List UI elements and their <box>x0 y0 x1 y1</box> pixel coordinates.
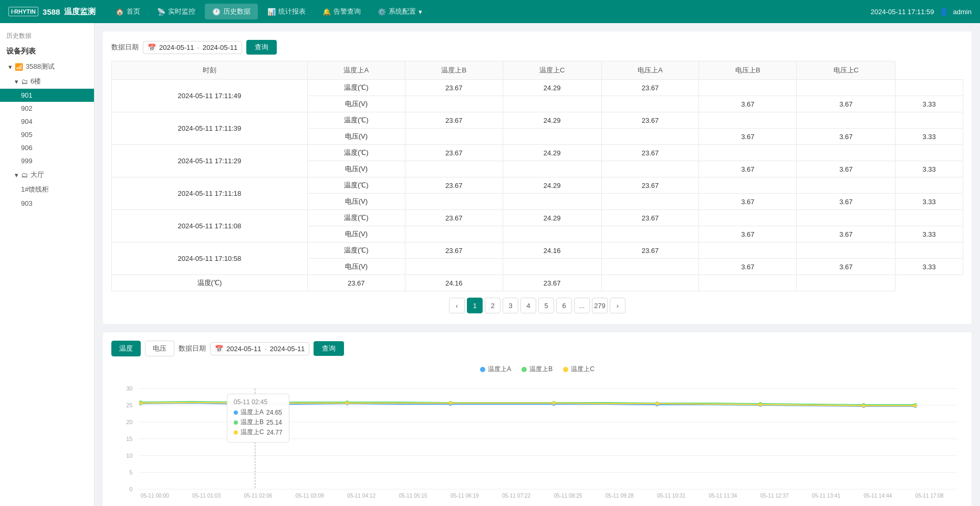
page-5[interactable]: 5 <box>538 298 554 313</box>
cell-voltA <box>699 112 797 129</box>
cell-voltB: 3.67 <box>797 96 895 112</box>
nav-user[interactable]: admin <box>953 8 972 16</box>
chart-date-label: 数据日期 <box>179 344 206 353</box>
cell-tempB <box>503 129 601 145</box>
cell-voltC <box>895 145 963 161</box>
top-nav: I·RHYTIN 3588 温度监测 🏠 首页 📡 实时监控 🕐 历史数据 📊 … <box>0 0 980 23</box>
cell-voltB <box>797 145 895 161</box>
cell-sublabel: 温度(℃) <box>307 243 405 259</box>
date-range-from[interactable]: 📅 2024-05-11 - 2024-05-11 <box>143 41 242 54</box>
sidebar-item-905[interactable]: 905 <box>0 128 94 141</box>
page-prev[interactable]: ‹ <box>449 298 465 313</box>
cell-voltC <box>895 243 963 259</box>
svg-point-56 <box>914 404 917 407</box>
nav-config[interactable]: ⚙️ 系统配置 ▾ <box>370 4 430 19</box>
cell-voltC <box>895 80 963 96</box>
date-to: 2024-05-11 <box>203 44 238 51</box>
svg-text:5: 5 <box>129 469 132 476</box>
svg-text:05-11 12:37: 05-11 12:37 <box>760 493 789 499</box>
brand-device-id: 3588 <box>43 7 60 16</box>
legend-dot-B <box>522 367 527 372</box>
chart-date-range[interactable]: 📅 2024-05-11 - 2024-05-11 <box>210 342 309 355</box>
sidebar-item-label: 1#馈线柜 <box>21 185 49 194</box>
sidebar-title: 设备列表 <box>0 44 94 59</box>
cell-time: 2024-05-11 17:11:49 <box>112 80 308 112</box>
chart-query-button[interactable]: 查询 <box>314 341 344 356</box>
nav-report[interactable]: 📊 统计报表 <box>260 4 313 19</box>
chart-calendar-icon: 📅 <box>215 345 223 353</box>
cell-voltA: 3.67 <box>699 129 797 145</box>
sidebar-item-label: 6楼 <box>30 77 41 86</box>
calendar-icon: 📅 <box>148 44 156 51</box>
cell-voltA <box>699 210 797 226</box>
legend-label-B: 温度上B <box>529 365 552 374</box>
cell-tempA <box>405 259 503 275</box>
cell-tempB <box>503 96 601 112</box>
nav-realtime[interactable]: 📡 实时监控 <box>150 4 203 19</box>
svg-point-53 <box>655 402 659 405</box>
sidebar-item-903[interactable]: 903 <box>0 197 94 210</box>
cell-tempA <box>405 226 503 243</box>
cell-tempB: 24.16 <box>405 275 503 291</box>
legend-label-C: 温度上C <box>571 365 595 374</box>
page-3[interactable]: 3 <box>503 298 518 313</box>
cell-tempC <box>601 259 699 275</box>
cell-voltB: 3.67 <box>797 129 895 145</box>
page-2[interactable]: 2 <box>485 298 501 313</box>
sidebar-item-906[interactable]: 906 <box>0 141 94 154</box>
nav-home[interactable]: 🏠 首页 <box>108 4 148 19</box>
sidebar-item-904[interactable]: 904 <box>0 115 94 128</box>
page-4[interactable]: 4 <box>520 298 536 313</box>
cell-tempC: 23.67 <box>601 112 699 129</box>
svg-point-51 <box>449 402 452 405</box>
cell-voltA <box>699 177 797 194</box>
legend-tempA: 温度上A <box>480 365 511 374</box>
table-row: 2024-05-11 17:11:49温度(℃)23.6724.2923.67 <box>112 80 963 96</box>
page-279[interactable]: 279 <box>592 298 608 313</box>
nav-history[interactable]: 🕐 历史数据 <box>205 4 258 19</box>
tab-temp[interactable]: 温度 <box>111 341 141 356</box>
device-icon: 📶 <box>15 63 23 71</box>
cell-voltC: 3.33 <box>895 96 963 112</box>
page-1[interactable]: 1 <box>467 298 483 313</box>
svg-point-55 <box>862 404 865 407</box>
date-from: 2024-05-11 <box>159 44 194 51</box>
cell-voltA: 3.67 <box>699 259 797 275</box>
cell-tempC: 23.67 <box>503 275 601 291</box>
cell-sublabel: 电压(V) <box>307 129 405 145</box>
page-next[interactable]: › <box>610 298 625 313</box>
sidebar-item-999[interactable]: 999 <box>0 154 94 167</box>
sidebar-item-901[interactable]: 901 <box>0 89 94 102</box>
cell-time: 2024-05-11 17:10:58 <box>112 243 308 275</box>
cell-tempA: 23.67 <box>405 145 503 161</box>
date-separator: - <box>197 44 200 51</box>
data-table: 时刻 温度上A 温度上B 温度上C 电压上A 电压上B 电压上C 2024-05… <box>111 61 963 291</box>
cell-sublabel: 电压(V) <box>307 96 405 112</box>
cell-voltA: 3.67 <box>699 226 797 243</box>
sidebar-item-6f[interactable]: ▾ 🗂 6楼 <box>0 74 94 89</box>
cell-voltA: 3.67 <box>699 194 797 210</box>
sidebar-item-hall[interactable]: ▾ 🗂 大厅 <box>0 167 94 182</box>
cell-sublabel: 电压(V) <box>307 259 405 275</box>
cell-sublabel: 温度(℃) <box>307 145 405 161</box>
page-ellipsis: ... <box>574 298 590 313</box>
cell-voltC: 3.33 <box>895 194 963 210</box>
table-query-button[interactable]: 查询 <box>246 40 277 55</box>
tab-volt[interactable]: 电压 <box>145 341 174 356</box>
cell-voltA <box>699 80 797 96</box>
sidebar-item-3588[interactable]: ▾ 📶 3588测试 <box>0 59 94 74</box>
cell-tempA <box>405 161 503 177</box>
cell-voltB <box>797 112 895 129</box>
cell-tempA: 23.67 <box>405 210 503 226</box>
sidebar-item-902[interactable]: 902 <box>0 102 94 115</box>
nav-user-icon: 👤 <box>940 8 948 16</box>
svg-text:05-11 07:22: 05-11 07:22 <box>502 493 530 499</box>
cell-voltB: 3.67 <box>797 259 895 275</box>
cell-voltB <box>699 275 797 291</box>
nav-datetime: 2024-05-11 17:11:59 <box>871 8 934 16</box>
svg-text:05-11 00:00: 05-11 00:00 <box>141 493 169 499</box>
page-6[interactable]: 6 <box>556 298 572 313</box>
nav-alarm[interactable]: 🔔 告警查询 <box>315 4 368 19</box>
sidebar-item-feeder[interactable]: 1#馈线柜 <box>0 182 94 197</box>
cell-tempB <box>503 259 601 275</box>
